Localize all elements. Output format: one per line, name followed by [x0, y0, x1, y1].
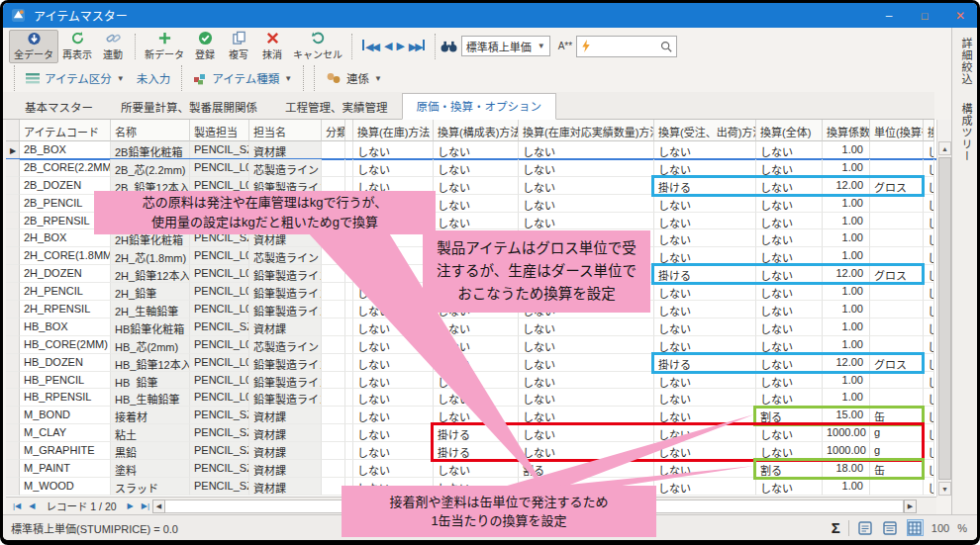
- table-row[interactable]: M_CLAY粘土PENCIL_SZI資材課しない掛けるしないしないしない1000…: [6, 424, 936, 442]
- table-cell[interactable]: しない: [924, 301, 934, 318]
- scroll-down-icon[interactable]: ▼: [938, 482, 951, 496]
- table-cell[interactable]: しない: [434, 389, 519, 407]
- table-cell[interactable]: 2H_CORE(1.8MM): [20, 247, 111, 265]
- table-cell[interactable]: しない: [434, 407, 519, 424]
- table-cell[interactable]: しない: [353, 389, 434, 407]
- table-cell[interactable]: しない: [924, 283, 934, 301]
- table-cell[interactable]: しない: [654, 247, 756, 265]
- table-cell[interactable]: [322, 301, 345, 318]
- table-cell[interactable]: [345, 283, 353, 301]
- table-row[interactable]: HB_PENCILHB_鉛筆PENCIL_L01鉛筆製造ラインしないしないしない…: [6, 372, 936, 390]
- table-cell[interactable]: しない: [353, 424, 434, 442]
- table-cell[interactable]: しない: [353, 460, 434, 478]
- table-cell[interactable]: しない: [519, 159, 654, 177]
- table-cell[interactable]: 割る: [756, 460, 823, 478]
- table-cell[interactable]: しない: [353, 442, 434, 460]
- table-cell[interactable]: 掛ける: [654, 265, 756, 283]
- table-cell[interactable]: 割る: [756, 407, 823, 424]
- column-header[interactable]: 換算(受注、出荷)方法: [654, 120, 756, 141]
- close-button[interactable]: ✕: [953, 9, 967, 23]
- table-cell[interactable]: 2B_CORE(2.2MM): [20, 159, 111, 177]
- row-selector[interactable]: [6, 213, 20, 230]
- table-cell[interactable]: しない: [519, 407, 654, 424]
- table-cell[interactable]: しない: [756, 372, 823, 390]
- table-cell[interactable]: HB_鉛筆12本入: [111, 354, 190, 372]
- table-cell[interactable]: しない: [519, 424, 654, 442]
- table-cell[interactable]: しない: [654, 229, 756, 247]
- table-cell[interactable]: M_BOND: [20, 407, 111, 424]
- not-entered-filter[interactable]: 未入力: [137, 70, 171, 86]
- table-cell[interactable]: しない: [434, 354, 519, 372]
- table-cell[interactable]: 2H_生軸鉛筆: [111, 301, 190, 318]
- table-cell[interactable]: [322, 265, 345, 283]
- row-selector[interactable]: [6, 478, 20, 496]
- table-cell[interactable]: しない: [756, 247, 823, 265]
- all-data-button[interactable]: 全データ: [9, 30, 58, 63]
- table-cell[interactable]: PENCIL_SZI: [190, 141, 249, 159]
- table-cell[interactable]: しない: [519, 213, 654, 230]
- table-cell[interactable]: PENCIL_L01: [190, 265, 249, 283]
- table-cell[interactable]: HB_鉛筆: [111, 372, 190, 390]
- table-cell[interactable]: しない: [353, 265, 434, 283]
- table-cell[interactable]: しない: [924, 372, 934, 390]
- table-cell[interactable]: しない: [924, 229, 934, 247]
- table-cell[interactable]: 12.00: [823, 354, 870, 372]
- list-view-icon[interactable]: [882, 519, 899, 536]
- table-cell[interactable]: [345, 407, 353, 424]
- vertical-scrollbar[interactable]: ▲ ▼: [936, 120, 951, 497]
- table-cell[interactable]: [870, 283, 924, 301]
- table-cell[interactable]: PENCIL_SZI: [190, 442, 249, 460]
- column-header[interactable]: 換算(在庫対応実績数量)方法: [519, 120, 654, 141]
- table-cell[interactable]: しない: [353, 372, 434, 390]
- table-cell[interactable]: しない: [434, 318, 519, 336]
- table-cell[interactable]: しない: [654, 372, 756, 390]
- row-selector[interactable]: ▶: [6, 141, 20, 159]
- table-cell[interactable]: HB_BOX: [20, 318, 111, 336]
- table-cell[interactable]: グロス: [870, 265, 924, 283]
- table-row[interactable]: ▶2B_BOX2B鉛筆化粧箱PENCIL_SZI資材課しないしないしないしないし…: [6, 141, 936, 159]
- table-cell[interactable]: しない: [756, 301, 823, 318]
- table-cell[interactable]: [870, 478, 924, 496]
- column-header[interactable]: 分類: [322, 120, 345, 141]
- table-cell[interactable]: [322, 389, 345, 407]
- tab-basic-master[interactable]: 基本マスター: [11, 95, 107, 120]
- last-record-button[interactable]: ▶▶: [409, 40, 426, 53]
- table-cell[interactable]: 資材課: [249, 424, 322, 442]
- table-cell[interactable]: g: [870, 424, 924, 442]
- table-cell[interactable]: しない: [654, 336, 756, 354]
- row-selector[interactable]: [6, 424, 20, 442]
- minimize-button[interactable]: –: [882, 9, 896, 23]
- table-row[interactable]: HB_RPENSILHB_生軸鉛筆PENCIL_L01鉛筆製造ラインしないしない…: [6, 389, 936, 407]
- scroll-right-icon[interactable]: ▶: [904, 500, 917, 513]
- table-cell[interactable]: HB鉛筆化粧箱: [111, 318, 190, 336]
- table-cell[interactable]: [870, 195, 924, 213]
- table-cell[interactable]: しない: [924, 159, 934, 177]
- table-cell[interactable]: しない: [353, 141, 434, 159]
- column-header[interactable]: [345, 120, 353, 141]
- maximize-button[interactable]: □: [918, 10, 931, 22]
- table-cell[interactable]: しない: [756, 265, 823, 283]
- table-cell[interactable]: しない: [924, 442, 934, 460]
- table-cell[interactable]: [345, 247, 353, 265]
- table-cell[interactable]: しない: [756, 229, 823, 247]
- table-cell[interactable]: [345, 265, 353, 283]
- row-selector[interactable]: [6, 442, 20, 460]
- table-cell[interactable]: しない: [654, 389, 756, 407]
- table-cell[interactable]: しない: [756, 389, 823, 407]
- table-cell[interactable]: [322, 442, 345, 460]
- column-header[interactable]: 換算(在庫)方法: [353, 120, 434, 141]
- table-cell[interactable]: しない: [519, 141, 654, 159]
- table-row[interactable]: HB_CORE(2MM)HB_芯(2mm)PENCIL_L02芯製造ラインしない…: [6, 336, 936, 354]
- table-cell[interactable]: しない: [924, 213, 934, 230]
- copy-button[interactable]: 複写: [222, 30, 255, 63]
- table-cell[interactable]: 資材課: [249, 478, 322, 496]
- table-cell[interactable]: HB_生軸鉛筆: [111, 389, 190, 407]
- table-row[interactable]: HB_BOXHB鉛筆化粧箱PENCIL_SZI資材課しないしないしないしないしな…: [6, 318, 936, 336]
- table-cell[interactable]: 粘土: [111, 424, 190, 442]
- table-cell[interactable]: [322, 424, 345, 442]
- sidebar-tab-detail-filter[interactable]: 詳細絞込: [958, 28, 974, 93]
- table-cell[interactable]: スラッド: [111, 478, 190, 496]
- table-cell[interactable]: 鉛筆製造ライン: [249, 265, 322, 283]
- table-cell[interactable]: [870, 247, 924, 265]
- table-cell[interactable]: 芯製造ライン: [249, 336, 322, 354]
